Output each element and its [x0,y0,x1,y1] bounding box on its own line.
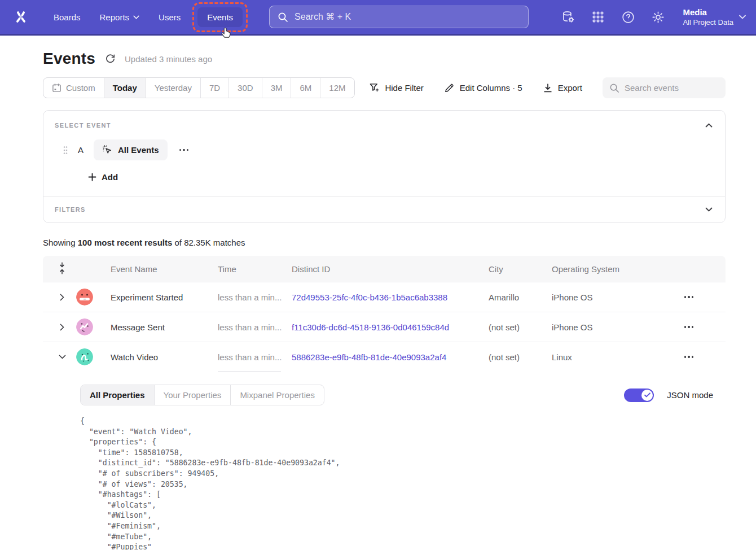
event-more-actions-icon[interactable] [177,147,191,154]
date-30d[interactable]: 30D [229,78,262,98]
results-count: 100 most recent results [78,238,173,247]
refresh-icon[interactable] [104,53,116,65]
nav-item-users[interactable]: Users [149,7,190,28]
date-custom[interactable]: Custom [43,78,104,98]
table-header-row: Event Name Time Distinct ID City Operati… [43,256,726,282]
export-label: Export [558,83,582,93]
results-suffix: of 82.35K matches [172,238,245,247]
search-events-input[interactable] [625,83,719,93]
hand-cursor-icon [220,27,232,41]
hide-filter-label: Hide Filter [385,83,423,93]
export-button[interactable]: Export [543,83,582,93]
col-city[interactable]: City [489,264,552,274]
mixpanel-logo-icon[interactable] [8,4,34,30]
event-name: Experiment Started [111,293,218,302]
nav-item-reports[interactable]: Reports [90,7,150,28]
filters-section-toggle[interactable]: FILTERS [43,197,725,222]
project-scope: All Project Data [683,18,733,27]
event-city: Amarillo [489,293,552,302]
date-today[interactable]: Today [104,78,146,98]
chevron-down-icon [739,15,746,19]
expand-row-icon[interactable] [58,323,66,331]
event-avatar [76,318,93,335]
date-yesterday[interactable]: Yesterday [146,78,201,98]
data-management-icon[interactable] [561,10,575,24]
events-table: Event Name Time Distinct ID City Operati… [43,256,726,550]
search-icon [278,12,288,23]
top-navbar: Boards Reports Users Events [0,0,756,36]
global-search-input[interactable] [295,12,520,22]
table-row-expanded[interactable]: Watch Video less than a min... 5886283e-… [43,342,726,372]
pencil-icon [444,82,455,93]
distinct-id-link[interactable]: f11c30d6-dc6d-4518-9136-0d046159c84d [292,322,489,332]
event-city: (not set) [489,322,552,332]
col-os[interactable]: Operating System [552,264,652,274]
drag-handle-icon[interactable] [63,146,68,155]
project-switcher[interactable]: Media All Project Data [683,7,746,27]
date-6m[interactable]: 6M [291,78,320,98]
add-label: Add [102,172,118,182]
col-time[interactable]: Time [218,264,292,274]
hide-filter-button[interactable]: Hide Filter [369,82,423,93]
json-mode-label: JSON mode [667,390,713,400]
date-range-segmented: Custom Today Yesterday 7D 30D 3M 6M 12M [43,77,355,98]
nav-item-reports-label: Reports [100,12,130,22]
table-row[interactable]: Message Sent less than a min... f11c30d6… [43,312,726,342]
expand-row-icon[interactable] [58,293,66,301]
sort-order-icon[interactable] [58,262,66,276]
help-icon[interactable] [621,10,635,24]
filters-label: FILTERS [55,206,86,213]
tab-mixpanel-properties[interactable]: Mixpanel Properties [231,385,324,405]
col-event-name[interactable]: Event Name [111,264,218,274]
sparkle-cursor-icon [102,145,113,155]
settings-gear-icon[interactable] [650,10,665,24]
date-3m[interactable]: 3M [262,78,292,98]
json-mode-toggle[interactable] [624,389,654,402]
date-7d[interactable]: 7D [201,78,229,98]
row-more-actions-icon[interactable] [682,324,696,330]
results-prefix: Showing [43,238,78,247]
calendar-icon [52,83,61,93]
global-search[interactable] [269,6,529,28]
events-annotation-box: Events [192,2,248,32]
event-details-panel: All Properties Your Properties Mixpanel … [43,372,726,550]
event-time: less than a min... [218,312,292,342]
nav-item-events[interactable]: Events [197,7,243,27]
search-events-box[interactable] [603,77,726,98]
edit-columns-button[interactable]: Edit Columns · 5 [444,82,522,93]
tab-your-properties[interactable]: Your Properties [155,385,231,405]
row-more-actions-icon[interactable] [682,294,696,300]
chevron-down-icon [133,15,139,19]
check-icon [644,392,650,398]
collapse-row-icon[interactable] [58,353,66,361]
nav-item-boards[interactable]: Boards [44,7,90,28]
event-pill-label: All Events [118,145,159,155]
primary-nav: Boards Reports Users Events [44,2,250,32]
collapse-section-icon[interactable] [704,120,714,130]
date-12m[interactable]: 12M [320,78,354,98]
date-custom-label: Custom [66,83,95,93]
add-event-button[interactable]: Add [88,172,118,182]
event-os: iPhone OS [552,293,652,302]
toggle-knob [641,390,653,401]
event-avatar [76,289,93,305]
query-builder-card: SELECT EVENT A [43,110,726,223]
col-distinct-id[interactable]: Distinct ID [292,264,489,274]
filter-icon [369,82,380,93]
apps-grid-icon[interactable] [591,10,605,24]
search-icon [609,83,619,93]
expand-filters-icon[interactable] [704,204,714,215]
distinct-id-link[interactable]: 72d49553-25fc-4f0c-b436-1b5ac6ab3388 [292,293,489,302]
distinct-id-link[interactable]: 5886283e-e9fb-48fb-81de-40e9093a2af4 [292,352,489,362]
row-more-actions-icon[interactable] [682,353,696,360]
event-time: less than a min... [218,282,292,312]
updated-status: Updated 3 minutes ago [125,54,212,64]
event-os: iPhone OS [552,322,652,332]
event-selector-pill[interactable]: All Events [94,139,168,160]
tab-all-properties[interactable]: All Properties [81,385,155,405]
event-json-view: { "event": "Watch Video", "properties": … [80,416,714,550]
results-summary: Showing 100 most recent results of 82.35… [43,238,726,247]
project-name: Media [683,7,733,18]
table-row[interactable]: Experiment Started less than a min... 72… [43,282,726,312]
navbar-right-group: Media All Project Data [561,7,756,27]
